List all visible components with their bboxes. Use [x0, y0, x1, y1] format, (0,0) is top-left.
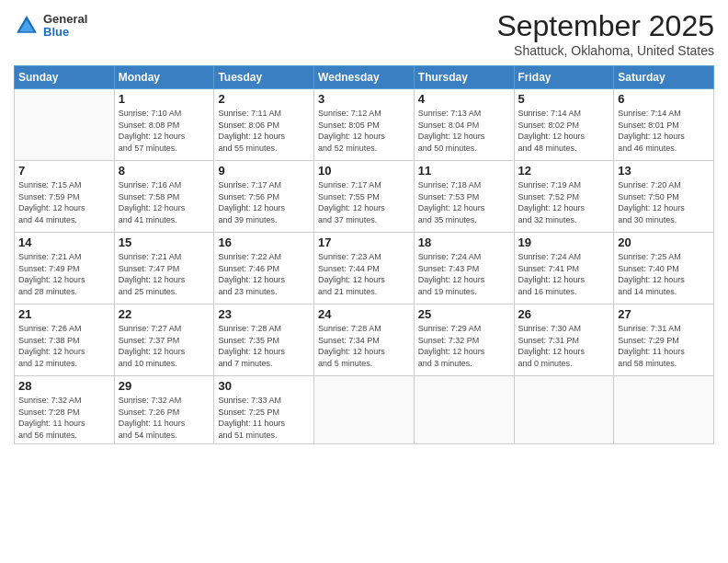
calendar-cell: 18Sunrise: 7:24 AM Sunset: 7:43 PM Dayli…	[414, 233, 514, 304]
month-title: September 2025	[496, 9, 714, 43]
day-number: 22	[119, 307, 210, 321]
day-number: 11	[418, 164, 510, 178]
calendar-cell: 16Sunrise: 7:22 AM Sunset: 7:46 PM Dayli…	[214, 233, 314, 304]
day-number: 8	[119, 164, 210, 178]
calendar-cell	[614, 376, 714, 444]
day-info: Sunrise: 7:12 AM Sunset: 8:05 PM Dayligh…	[318, 108, 410, 154]
day-info: Sunrise: 7:30 AM Sunset: 7:31 PM Dayligh…	[518, 323, 610, 369]
day-number: 20	[618, 236, 710, 249]
weekday-header-tuesday: Tuesday	[214, 66, 314, 89]
calendar-cell: 6Sunrise: 7:14 AM Sunset: 8:01 PM Daylig…	[614, 89, 714, 161]
day-info: Sunrise: 7:22 AM Sunset: 7:46 PM Dayligh…	[218, 251, 310, 297]
calendar-cell: 8Sunrise: 7:16 AM Sunset: 7:58 PM Daylig…	[114, 161, 214, 233]
weekday-header-monday: Monday	[114, 66, 214, 89]
calendar-cell: 1Sunrise: 7:10 AM Sunset: 8:08 PM Daylig…	[114, 89, 214, 161]
logo-text: General Blue	[43, 13, 87, 40]
page: General Blue September 2025 Shattuck, Ok…	[0, 0, 728, 563]
calendar-cell: 14Sunrise: 7:21 AM Sunset: 7:49 PM Dayli…	[15, 233, 115, 304]
logo: General Blue	[14, 13, 87, 40]
day-number: 4	[418, 92, 510, 106]
weekday-header-thursday: Thursday	[414, 66, 514, 89]
calendar-cell: 12Sunrise: 7:19 AM Sunset: 7:52 PM Dayli…	[514, 161, 614, 233]
calendar-cell: 28Sunrise: 7:32 AM Sunset: 7:28 PM Dayli…	[15, 376, 115, 444]
day-number: 25	[418, 307, 510, 321]
calendar-cell: 11Sunrise: 7:18 AM Sunset: 7:53 PM Dayli…	[414, 161, 514, 233]
calendar-cell: 7Sunrise: 7:15 AM Sunset: 7:59 PM Daylig…	[15, 161, 115, 233]
calendar-cell: 2Sunrise: 7:11 AM Sunset: 8:06 PM Daylig…	[214, 89, 314, 161]
day-number: 29	[119, 379, 210, 393]
logo-general: General	[43, 13, 87, 26]
day-info: Sunrise: 7:21 AM Sunset: 7:47 PM Dayligh…	[119, 251, 210, 297]
logo-blue: Blue	[43, 26, 87, 39]
calendar-cell: 27Sunrise: 7:31 AM Sunset: 7:29 PM Dayli…	[614, 304, 714, 376]
week-row-5: 28Sunrise: 7:32 AM Sunset: 7:28 PM Dayli…	[15, 376, 714, 444]
calendar-cell: 22Sunrise: 7:27 AM Sunset: 7:37 PM Dayli…	[114, 304, 214, 376]
calendar-cell	[414, 376, 514, 444]
day-info: Sunrise: 7:17 AM Sunset: 7:55 PM Dayligh…	[318, 179, 410, 225]
weekday-header-sunday: Sunday	[15, 66, 115, 89]
weekday-header-row: SundayMondayTuesdayWednesdayThursdayFrid…	[15, 66, 714, 89]
day-info: Sunrise: 7:19 AM Sunset: 7:52 PM Dayligh…	[518, 179, 610, 225]
day-info: Sunrise: 7:10 AM Sunset: 8:08 PM Dayligh…	[119, 108, 210, 154]
weekday-header-friday: Friday	[514, 66, 614, 89]
day-info: Sunrise: 7:32 AM Sunset: 7:26 PM Dayligh…	[119, 395, 210, 441]
day-number: 18	[418, 236, 510, 249]
day-info: Sunrise: 7:18 AM Sunset: 7:53 PM Dayligh…	[418, 179, 510, 225]
day-number: 2	[218, 92, 310, 106]
calendar-cell: 17Sunrise: 7:23 AM Sunset: 7:44 PM Dayli…	[314, 233, 415, 304]
day-number: 9	[218, 164, 310, 178]
logo-icon	[14, 13, 40, 39]
calendar-cell: 13Sunrise: 7:20 AM Sunset: 7:50 PM Dayli…	[614, 161, 714, 233]
day-info: Sunrise: 7:11 AM Sunset: 8:06 PM Dayligh…	[218, 108, 310, 154]
title-block: September 2025 Shattuck, Oklahoma, Unite…	[496, 9, 714, 58]
day-number: 10	[318, 164, 410, 178]
day-number: 13	[618, 164, 710, 178]
week-row-4: 21Sunrise: 7:26 AM Sunset: 7:38 PM Dayli…	[15, 304, 714, 376]
day-number: 5	[518, 92, 610, 106]
calendar-cell: 4Sunrise: 7:13 AM Sunset: 8:04 PM Daylig…	[414, 89, 514, 161]
calendar-cell: 30Sunrise: 7:33 AM Sunset: 7:25 PM Dayli…	[214, 376, 314, 444]
day-info: Sunrise: 7:24 AM Sunset: 7:41 PM Dayligh…	[518, 251, 610, 297]
calendar-cell: 24Sunrise: 7:28 AM Sunset: 7:34 PM Dayli…	[314, 304, 415, 376]
calendar-cell: 25Sunrise: 7:29 AM Sunset: 7:32 PM Dayli…	[414, 304, 514, 376]
day-info: Sunrise: 7:13 AM Sunset: 8:04 PM Dayligh…	[418, 108, 510, 154]
day-number: 26	[518, 307, 610, 321]
day-info: Sunrise: 7:33 AM Sunset: 7:25 PM Dayligh…	[218, 395, 310, 441]
day-info: Sunrise: 7:28 AM Sunset: 7:34 PM Dayligh…	[318, 323, 410, 369]
day-number: 17	[318, 236, 410, 249]
day-number: 28	[18, 379, 110, 393]
day-info: Sunrise: 7:29 AM Sunset: 7:32 PM Dayligh…	[418, 323, 510, 369]
day-number: 24	[318, 307, 410, 321]
weekday-header-saturday: Saturday	[614, 66, 714, 89]
calendar-cell	[514, 376, 614, 444]
header: General Blue September 2025 Shattuck, Ok…	[14, 9, 714, 58]
day-info: Sunrise: 7:31 AM Sunset: 7:29 PM Dayligh…	[618, 323, 710, 369]
calendar-cell: 20Sunrise: 7:25 AM Sunset: 7:40 PM Dayli…	[614, 233, 714, 304]
calendar-cell: 29Sunrise: 7:32 AM Sunset: 7:26 PM Dayli…	[114, 376, 214, 444]
day-info: Sunrise: 7:25 AM Sunset: 7:40 PM Dayligh…	[618, 251, 710, 297]
day-number: 3	[318, 92, 410, 106]
day-number: 30	[218, 379, 310, 393]
weekday-header-wednesday: Wednesday	[314, 66, 415, 89]
calendar-cell: 5Sunrise: 7:14 AM Sunset: 8:02 PM Daylig…	[514, 89, 614, 161]
calendar-cell: 21Sunrise: 7:26 AM Sunset: 7:38 PM Dayli…	[15, 304, 115, 376]
calendar-cell	[15, 89, 115, 161]
day-number: 1	[119, 92, 210, 106]
day-info: Sunrise: 7:23 AM Sunset: 7:44 PM Dayligh…	[318, 251, 410, 297]
calendar-cell: 10Sunrise: 7:17 AM Sunset: 7:55 PM Dayli…	[314, 161, 415, 233]
day-info: Sunrise: 7:24 AM Sunset: 7:43 PM Dayligh…	[418, 251, 510, 297]
day-info: Sunrise: 7:14 AM Sunset: 8:02 PM Dayligh…	[518, 108, 610, 154]
day-number: 6	[618, 92, 710, 106]
day-info: Sunrise: 7:14 AM Sunset: 8:01 PM Dayligh…	[618, 108, 710, 154]
day-info: Sunrise: 7:15 AM Sunset: 7:59 PM Dayligh…	[18, 179, 110, 225]
day-number: 23	[218, 307, 310, 321]
calendar-cell: 3Sunrise: 7:12 AM Sunset: 8:05 PM Daylig…	[314, 89, 415, 161]
week-row-3: 14Sunrise: 7:21 AM Sunset: 7:49 PM Dayli…	[15, 233, 714, 304]
day-number: 12	[518, 164, 610, 178]
day-number: 19	[518, 236, 610, 249]
day-info: Sunrise: 7:28 AM Sunset: 7:35 PM Dayligh…	[218, 323, 310, 369]
day-number: 14	[18, 236, 110, 249]
calendar-cell: 9Sunrise: 7:17 AM Sunset: 7:56 PM Daylig…	[214, 161, 314, 233]
day-number: 21	[18, 307, 110, 321]
day-number: 27	[618, 307, 710, 321]
